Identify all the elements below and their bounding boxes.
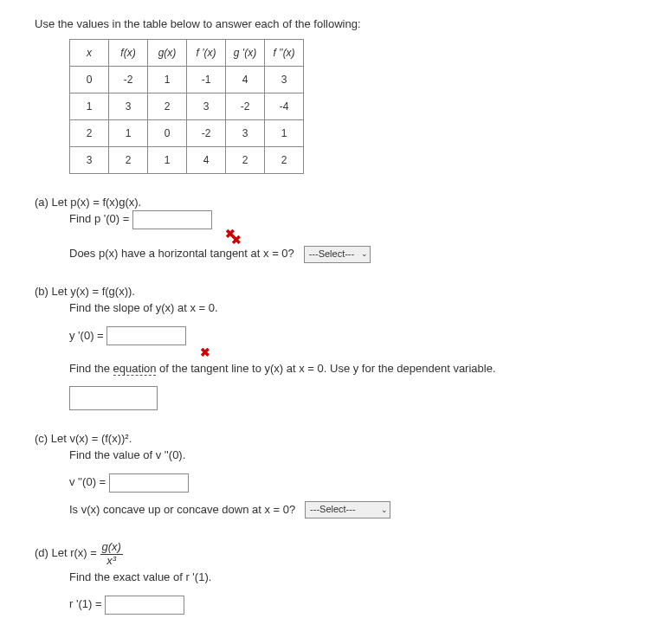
fraction-den: x³	[100, 555, 123, 567]
th-fppx: f ''(x)	[265, 40, 304, 67]
part-b-equation-input[interactable]	[69, 386, 158, 410]
cell: -4	[265, 93, 304, 120]
select-value: ---Select---	[309, 246, 355, 263]
part-a-label: (a) Let p(x) = f(x)g(x).	[35, 196, 636, 209]
cell: 2	[70, 120, 109, 147]
data-table: x f(x) g(x) f '(x) g '(x) f ''(x) 0 -2 1…	[69, 39, 304, 174]
fraction: g(x) x³	[100, 541, 123, 567]
cell: 4	[187, 147, 226, 174]
instructions: Use the values in the table below to ans…	[35, 17, 636, 30]
part-b-input[interactable]	[106, 326, 186, 345]
cell: -2	[226, 93, 265, 120]
part-c-find: Find the value of v ''(0).	[69, 448, 185, 461]
cell: 3	[226, 120, 265, 147]
cell: 1	[148, 67, 187, 93]
cell: 4	[226, 67, 265, 93]
part-c-vpp-label: v ''(0) =	[69, 475, 109, 488]
part-b-eq-post: of the tangent line to y(x) at x = 0. Us…	[156, 362, 495, 375]
x-mark-icon: ✖	[225, 227, 235, 241]
part-c-concave: Is v(x) concave up or concave down at x …	[69, 503, 295, 516]
cell: 3	[265, 67, 304, 93]
table-row: 3 2 1 4 2 2	[70, 147, 304, 174]
th-gpx: g '(x)	[226, 40, 265, 67]
cell: 1	[70, 93, 109, 120]
part-c-label: (c) Let v(x) = (f(x))².	[35, 432, 636, 445]
chevron-down-icon: ⌄	[381, 503, 388, 517]
part-d-label: (d) Let r(x) = g(x) x³	[35, 541, 636, 567]
part-b-yprime-label: y '(0) =	[69, 329, 106, 342]
cell: 3	[109, 93, 148, 120]
cell: 3	[70, 147, 109, 174]
th-fpx: f '(x)	[187, 40, 226, 67]
part-b-slope: Find the slope of y(x) at x = 0.	[69, 301, 218, 314]
cell: 3	[187, 93, 226, 120]
fraction-num: g(x)	[100, 541, 123, 554]
part-d-find: Find the exact value of r '(1).	[69, 570, 211, 583]
part-a-input[interactable]	[132, 210, 212, 229]
table-row: 0 -2 1 -1 4 3	[70, 67, 304, 93]
cell: 2	[226, 147, 265, 174]
cell: -2	[187, 120, 226, 147]
part-c-input[interactable]	[109, 473, 189, 493]
part-a-find: Find p '(0) =	[69, 212, 132, 225]
table-row: 1 3 2 3 -2 -4	[70, 93, 304, 120]
cell: -2	[109, 67, 148, 93]
x-mark-icon: ✖	[200, 345, 210, 359]
cell: -1	[187, 67, 226, 93]
equation-link[interactable]: equation	[113, 362, 157, 376]
th-fx: f(x)	[109, 40, 148, 67]
th-x: x	[70, 40, 109, 67]
part-d-input[interactable]	[105, 596, 184, 615]
cell: 0	[148, 120, 187, 147]
th-gx: g(x)	[148, 40, 187, 67]
cell: 1	[265, 120, 304, 147]
cell: 2	[265, 147, 304, 174]
part-d-rprime-label: r '(1) =	[69, 597, 105, 610]
cell: 0	[70, 67, 109, 93]
part-a-question: Does p(x) have a horizontal tangent at x…	[69, 247, 294, 260]
cell: 1	[109, 120, 148, 147]
select-value: ---Select---	[310, 501, 356, 518]
cell: 1	[148, 147, 187, 174]
part-a-select[interactable]: ---Select--- ⌄	[304, 246, 371, 263]
part-b-label: (b) Let y(x) = f(g(x)).	[35, 285, 636, 298]
chevron-down-icon: ⌄	[361, 247, 368, 261]
cell: 2	[148, 93, 187, 120]
table-row: 2 1 0 -2 3 1	[70, 120, 304, 147]
table-header-row: x f(x) g(x) f '(x) g '(x) f ''(x)	[70, 40, 304, 67]
part-c-select[interactable]: ---Select--- ⌄	[305, 501, 390, 518]
cell: 2	[109, 147, 148, 174]
part-b-eq-pre: Find the	[69, 362, 113, 375]
